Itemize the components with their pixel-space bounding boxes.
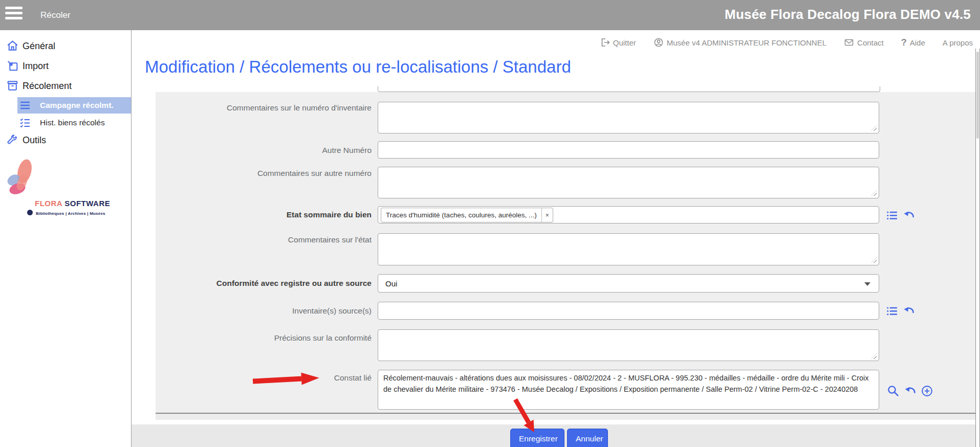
contact-link[interactable]: Contact: [844, 37, 884, 48]
pick-list-icon[interactable]: [886, 305, 898, 317]
field-label: Commentaires sur le numéro d'inventaire: [169, 103, 372, 113]
constat-lie-textarea[interactable]: Récolement-mauvais - altérations dues au…: [378, 370, 879, 410]
window-title: Musée Flora Decalog Flora DEMO v4.5: [725, 0, 971, 30]
current-user-link[interactable]: Musée v4 ADMINISTRATEUR FONCTIONNEL: [654, 37, 826, 48]
cancel-button[interactable]: Annuler: [567, 429, 608, 447]
sidebar-item-hist-biens-recoles[interactable]: Hist. biens récolés: [17, 115, 131, 131]
checklist-icon: [19, 117, 31, 130]
import-icon: [6, 59, 19, 74]
question-mark-icon: ?: [901, 37, 907, 48]
mail-icon: [844, 37, 854, 48]
user-icon: [654, 37, 664, 48]
field-label: Etat sommaire du bien: [169, 210, 372, 219]
sidebar-item-campagne-recolement[interactable]: Campagne récolmt.: [17, 97, 131, 114]
etat-sommaire-actions: [886, 209, 915, 221]
logout-icon: [600, 37, 610, 48]
about-link[interactable]: A propos: [943, 38, 973, 47]
undo-icon[interactable]: [904, 385, 917, 397]
scrollbar-thumb[interactable]: [976, 52, 979, 139]
inventaires-sources-actions: [886, 305, 915, 317]
autre-numero-input[interactable]: [378, 141, 879, 159]
brand-dot: [27, 210, 33, 215]
commentaires-etat-textarea[interactable]: [378, 233, 879, 265]
clipped-field-top: [378, 86, 880, 92]
field-label: Inventaire(s) source(s): [169, 306, 372, 316]
user-links-row: Quitter Musée v4 ADMINISTRATEUR FONCTION…: [600, 36, 973, 49]
help-link[interactable]: ? Aide: [901, 37, 925, 48]
quit-link[interactable]: Quitter: [600, 37, 636, 48]
sidebar-item-recolement[interactable]: Récolement: [0, 78, 131, 94]
flora-software-logo: FLORA SOFTWARE Bibliothèques | Archives …: [0, 156, 131, 230]
field-label: Précisions sur la conformité: [169, 333, 372, 343]
constat-lie-actions: [887, 385, 933, 397]
save-button[interactable]: Enregistrer: [510, 429, 564, 447]
application-window: Récoler Musée Flora Decalog Flora DEMO v…: [0, 0, 980, 447]
sidebar-item-import[interactable]: Import: [0, 58, 131, 74]
commentaires-numero-inventaire-textarea[interactable]: [378, 102, 879, 133]
sidebar-item-outils[interactable]: Outils: [0, 132, 131, 148]
module-label: Récoler: [40, 0, 71, 30]
brand-tagline: Bibliothèques | Archives | Musées: [36, 211, 105, 216]
hamburger-menu-button[interactable]: [5, 6, 23, 20]
sidebar-item-general[interactable]: Général: [0, 38, 131, 54]
vertical-scrollbar[interactable]: [975, 49, 980, 447]
top-bar: Récoler Musée Flora Decalog Flora DEMO v…: [0, 0, 980, 30]
precisions-conformite-textarea[interactable]: [378, 329, 879, 361]
page-title: Modification / Récolements ou re-localis…: [145, 57, 571, 77]
panel-bottom-strip: [156, 414, 976, 420]
inventaires-sources-input[interactable]: [378, 302, 879, 320]
sidebar: Général Import Récolement Campagne récol…: [0, 30, 132, 447]
field-label: Commentaires sur l'état: [169, 235, 372, 244]
field-label: Conformité avec registre ou autre source: [169, 279, 372, 288]
archive-box-icon: [6, 79, 19, 94]
remove-tag-button[interactable]: ×: [541, 208, 553, 222]
pick-list-icon[interactable]: [886, 210, 898, 221]
selected-value-tag: Traces d'humidité (taches, coulures, aur…: [381, 208, 553, 222]
conformite-selected-value: Oui: [385, 279, 397, 288]
field-label: Constat lié: [169, 373, 372, 383]
add-circle-icon[interactable]: [921, 385, 933, 397]
brand-name: FLORA SOFTWARE: [35, 199, 110, 208]
menu-lines-icon: [19, 100, 31, 113]
undo-icon[interactable]: [903, 305, 915, 317]
field-label: Autre Numéro: [169, 146, 372, 155]
chevron-down-icon: [864, 282, 870, 286]
commentaires-autre-numero-textarea[interactable]: [378, 167, 879, 198]
flora-butterfly-icon: [4, 157, 36, 199]
undo-icon[interactable]: [903, 209, 915, 221]
home-icon: [6, 39, 19, 54]
search-icon[interactable]: [887, 385, 900, 397]
wrench-icon: [6, 133, 19, 148]
field-label: Commentaires sur autre numéro: [169, 169, 372, 178]
conformite-select[interactable]: Oui: [378, 274, 879, 293]
